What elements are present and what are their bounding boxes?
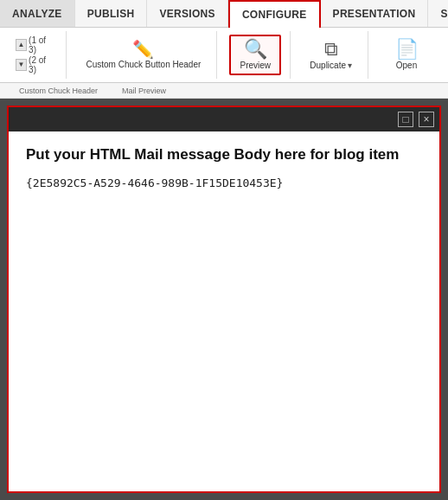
duplicate-btn[interactable]: ⧉ Duplicate ▾ [303,36,359,74]
duplicate-btn-label: Duplicate ▾ [310,61,352,70]
sublabels-bar: Custom Chuck Header Mail Preview [0,83,448,99]
inner-panel: □ × Put your HTML Mail message Body here… [7,106,441,493]
open-btn-label: Open [396,61,417,70]
page-down-button[interactable]: ▼ [16,59,27,71]
chevron-down-icon: ▾ [348,61,352,70]
duplicate-group: ⧉ Duplicate ▾ [294,31,368,79]
nav-item-versions[interactable]: VERSIONS [147,0,227,27]
duplicate-icon: ⧉ [324,40,338,59]
page-count-1: (1 of 3) [29,35,54,54]
edit-icon: ✏️ [132,41,154,58]
panel-titlebar: □ × [9,107,439,131]
close-button[interactable]: × [419,112,434,127]
page-counter-row1: ▲ (1 of 3) [16,35,54,54]
custom-chuck-button-header-group: ✏️ Custom Chuck Button Header [70,31,217,79]
page-count-2: (2 of 3) [29,55,54,74]
nav-item-analyze[interactable]: ANALYZE [0,0,75,27]
custom-chuck-button-header-btn[interactable]: ✏️ Custom Chuck Button Header [79,37,208,73]
page-counter-row2: ▼ (2 of 3) [16,55,54,74]
preview-btn[interactable]: 🔍 Preview [229,35,281,75]
mail-guid: {2E5892C5-A529-4646-989B-1F15DE10453E} [26,176,422,189]
nav-item-configure[interactable]: CONFIGURE [228,0,321,28]
open-btn[interactable]: 📄 Open [381,36,432,74]
preview-btn-label: Preview [240,61,272,70]
nav-item-publish[interactable]: PUBLISH [75,0,148,27]
mail-body-heading: Put your HTML Mail message Body here for… [26,145,422,164]
main-area: □ × Put your HTML Mail message Body here… [0,99,448,500]
open-icon: 📄 [395,40,419,59]
page-counter: ▲ (1 of 3) ▼ (2 of 3) [16,35,57,74]
nav-item-security[interactable]: SECURITY [428,0,448,27]
page-counter-group: ▲ (1 of 3) ▼ (2 of 3) [7,31,67,79]
nav-item-presentation[interactable]: PRESENTATION [321,0,429,27]
maximize-button[interactable]: □ [398,112,413,127]
page-up-button[interactable]: ▲ [16,39,27,51]
panel-content: Put your HTML Mail message Body here for… [9,131,439,491]
custom-chuck-btn-label: Custom Chuck Button Header [86,60,201,69]
sublabel-right: Mail Preview [110,87,178,95]
preview-icon: 🔍 [244,40,267,59]
toolbar: ▲ (1 of 3) ▼ (2 of 3) ✏️ Custom Chuck Bu… [0,28,448,83]
preview-group: 🔍 Preview [221,31,291,79]
open-group: 📄 Open [372,31,441,79]
sublabel-left: Custom Chuck Header [7,87,110,95]
nav-bar: ANALYZE PUBLISH VERSIONS CONFIGURE PRESE… [0,0,448,28]
